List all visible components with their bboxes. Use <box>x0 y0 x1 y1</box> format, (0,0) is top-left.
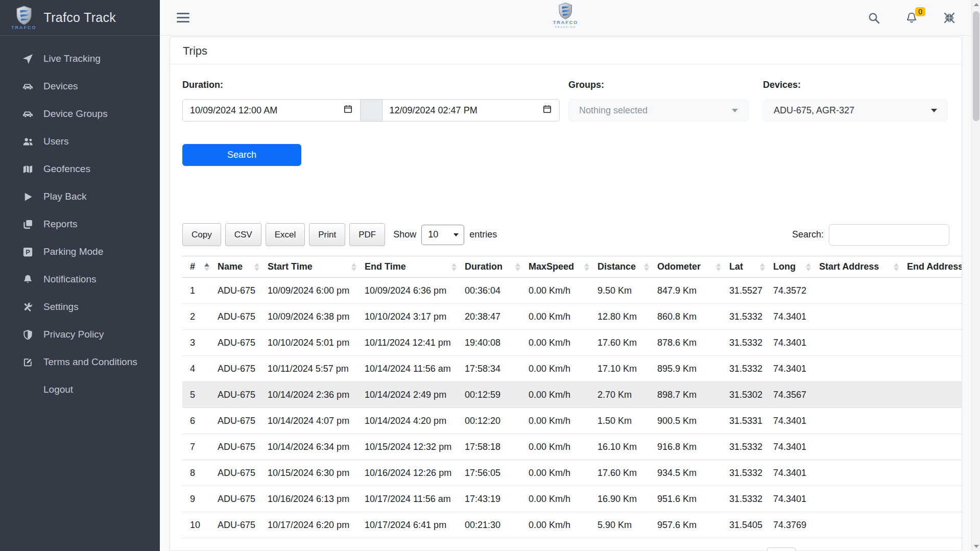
export-excel-button[interactable]: Excel <box>266 223 305 246</box>
compress-fullscreen-icon[interactable] <box>943 11 956 25</box>
top-navbar: TRAFCO TRACKING 0 <box>160 0 971 36</box>
sidebar-item-privacy-policy[interactable]: Privacy Policy <box>0 321 160 348</box>
column-header-maxspeed[interactable]: MaxSpeed <box>529 256 597 278</box>
table-search-input[interactable] <box>829 224 949 246</box>
bell-icon <box>22 274 36 285</box>
map-icon <box>22 163 36 175</box>
table-row[interactable]: 4ADU-67510/11/2024 5:57 pm10/14/2024 11:… <box>182 356 962 382</box>
table-row[interactable]: 10ADU-67510/17/2024 6:20 pm10/17/2024 6:… <box>182 512 962 538</box>
brand-title: Trafco Track <box>44 10 116 25</box>
table-row[interactable]: 9ADU-67510/16/2024 6:13 pm10/17/2024 11:… <box>182 486 962 512</box>
duration-separator <box>361 99 382 122</box>
sort-carets-icon <box>584 263 589 271</box>
column-header-distance[interactable]: Distance <box>597 256 657 278</box>
sort-carets-icon <box>760 263 765 271</box>
trips-card: Trips Duration: 10/09/2024 12:00 AM 12/0… <box>170 37 962 551</box>
users-icon <box>22 136 36 147</box>
sidebar-nav: Live TrackingDevicesDevice GroupsUsersGe… <box>0 36 160 403</box>
none-icon <box>22 384 36 395</box>
column-header-odometer[interactable]: Odometer <box>657 256 729 278</box>
sidebar-item-notifications[interactable]: Notifications <box>0 266 160 293</box>
table-row[interactable]: 5ADU-67510/14/2024 2:36 pm10/14/2024 2:4… <box>182 382 962 408</box>
page-title: Trips <box>170 37 962 64</box>
table-row[interactable]: 2ADU-67510/09/2024 6:38 pm10/10/2024 3:1… <box>182 304 962 330</box>
column-header--[interactable]: # <box>182 256 218 278</box>
groups-label: Groups: <box>568 80 749 90</box>
table-row[interactable]: 1ADU-67510/09/2024 6:00 pm10/09/2024 6:3… <box>182 278 962 304</box>
sidebar-item-devices[interactable]: Devices <box>0 73 160 100</box>
shield-icon <box>22 329 36 340</box>
column-header-start-address[interactable]: Start Address <box>819 256 907 278</box>
table-row[interactable]: 7ADU-67510/14/2024 6:34 pm10/15/2024 12:… <box>182 434 962 460</box>
table-search-label: Search: <box>792 229 824 240</box>
sidebar-item-play-back[interactable]: Play Back <box>0 183 160 210</box>
export-csv-button[interactable]: CSV <box>225 223 261 246</box>
chevron-down-icon <box>732 109 738 112</box>
car-icon <box>22 108 36 119</box>
export-copy-button[interactable]: Copy <box>182 223 221 246</box>
scrollbar-thumb[interactable] <box>973 11 979 121</box>
table-row[interactable]: 6ADU-67510/14/2024 4:07 pm10/14/2024 4:2… <box>182 408 962 434</box>
trips-table: #NameStart TimeEnd TimeDurationMaxSpeedD… <box>182 256 962 538</box>
sidebar-item-parking-mode[interactable]: PParking Mode <box>0 238 160 266</box>
page-scrollbar[interactable] <box>971 0 980 551</box>
sidebar-item-reports[interactable]: Reports <box>0 210 160 238</box>
sort-carets-icon <box>515 263 520 271</box>
scrollbar-down-arrow-icon[interactable] <box>972 542 980 551</box>
column-header-lat[interactable]: Lat <box>729 256 773 278</box>
sidebar-item-terms-and-conditions[interactable]: Terms and Conditions <box>0 348 160 376</box>
sort-carets-icon <box>351 263 356 271</box>
copy-icon <box>22 219 36 230</box>
calendar-icon[interactable] <box>542 104 552 116</box>
sort-carets-icon <box>204 263 209 271</box>
groups-select[interactable]: Nothing selected <box>568 99 749 122</box>
sidebar-item-device-groups[interactable]: Device Groups <box>0 100 160 128</box>
export-print-button[interactable]: Print <box>309 223 345 246</box>
sidebar-item-geofences[interactable]: Geofences <box>0 155 160 183</box>
devices-label: Devices: <box>763 80 948 90</box>
column-header-end-time[interactable]: End Time <box>365 256 465 278</box>
navbar-logo[interactable]: TRAFCO TRACKING <box>553 3 579 29</box>
brand-logo-icon: TRAFCO <box>11 6 37 30</box>
sort-carets-icon <box>806 263 811 271</box>
column-header-long[interactable]: Long <box>773 256 819 278</box>
pagination-stub[interactable] <box>767 547 796 551</box>
sidebar-item-logout[interactable]: Logout <box>0 376 160 403</box>
column-header-duration[interactable]: Duration <box>465 256 529 278</box>
brand[interactable]: TRAFCO Trafco Track <box>0 0 160 36</box>
table-row[interactable]: 8ADU-67510/15/2024 6:30 pm10/16/2024 12:… <box>182 460 962 486</box>
entries-label: entries <box>469 229 497 240</box>
duration-label: Duration: <box>182 80 560 90</box>
end-datetime-input[interactable]: 12/09/2024 02:47 PM <box>382 99 560 122</box>
export-button-group: CopyCSVExcelPrintPDF <box>182 223 389 246</box>
sort-carets-icon <box>894 263 899 271</box>
sidebar-item-settings[interactable]: Settings <box>0 293 160 321</box>
tools-icon <box>22 301 36 313</box>
search-button[interactable]: Search <box>182 144 301 166</box>
sidebar-item-live-tracking[interactable]: Live Tracking <box>0 45 160 73</box>
column-header-name[interactable]: Name <box>218 256 268 278</box>
sort-carets-icon <box>451 263 457 271</box>
export-pdf-button[interactable]: PDF <box>349 223 385 246</box>
search-icon[interactable] <box>867 11 880 25</box>
start-datetime-input[interactable]: 10/09/2024 12:00 AM <box>182 99 361 122</box>
parking-icon: P <box>22 246 36 257</box>
calendar-icon[interactable] <box>343 104 353 116</box>
chevron-down-icon <box>453 233 459 236</box>
car-icon <box>22 81 36 92</box>
column-header-start-time[interactable]: Start Time <box>268 256 365 278</box>
sidebar-item-users[interactable]: Users <box>0 128 160 155</box>
devices-select[interactable]: ADU-675, AGR-327 <box>763 99 948 122</box>
svg-text:P: P <box>26 248 30 256</box>
notifications-bell-icon[interactable]: 0 <box>905 11 918 25</box>
sort-carets-icon <box>716 263 721 271</box>
sidebar-toggle-icon[interactable] <box>177 13 189 22</box>
page-size-select[interactable]: 10 <box>421 225 464 245</box>
sidebar: TRAFCO Trafco Track Live TrackingDevices… <box>0 0 160 551</box>
show-label: Show <box>393 229 416 240</box>
sort-carets-icon <box>254 263 259 271</box>
column-header-end-address[interactable]: End Address <box>907 256 962 278</box>
table-row[interactable]: 3ADU-67510/10/2024 5:01 pm10/11/2024 12:… <box>182 330 962 356</box>
scrollbar-up-arrow-icon[interactable] <box>972 0 980 9</box>
edit-icon <box>22 356 36 368</box>
